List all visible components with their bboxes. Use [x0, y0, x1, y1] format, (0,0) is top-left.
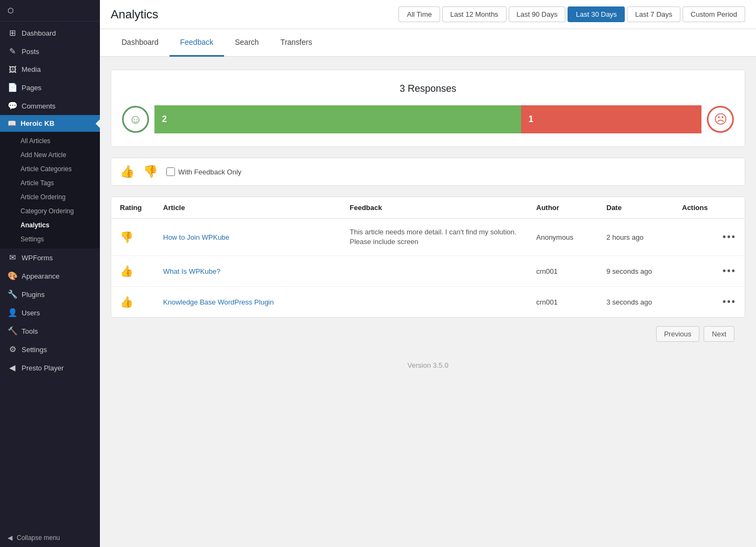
with-feedback-only-checkbox[interactable] [166, 167, 175, 176]
time-filter-custom-period[interactable]: Custom Period [683, 6, 745, 22]
sidebar-item-posts[interactable]: ✎ Posts [0, 42, 100, 60]
submenu-item-article-ordering[interactable]: Article Ordering [0, 190, 100, 204]
time-filter-last-30-days[interactable]: Last 30 Days [568, 6, 625, 22]
plugins-icon: 🔧 [8, 289, 17, 299]
row-1-date: 2 hours ago [606, 233, 682, 241]
pagination-row: Previous Next [111, 318, 745, 350]
positive-bar: 2 [154, 105, 521, 133]
row-1-article: How to Join WPKube [163, 233, 350, 241]
submenu-item-analytics[interactable]: Analytics [0, 218, 100, 232]
sidebar-item-dashboard[interactable]: ⊞ Dashboard [0, 24, 100, 42]
sidebar-item-users[interactable]: 👤 Users [0, 303, 100, 322]
tab-feedback[interactable]: Feedback [170, 29, 224, 57]
responses-title: 3 Responses [122, 83, 734, 94]
sidebar: ⬡ ⊞ Dashboard ✎ Posts 🖼 Media 📄 Pages 💬 … [0, 0, 100, 547]
row-3-article: Knowledge Base WordPress Plugin [163, 298, 350, 306]
submenu-item-all-articles[interactable]: All Articles [0, 134, 100, 148]
sidebar-item-label: WPForms [22, 254, 53, 262]
rating-bar-container: ☺ 2 1 ☹ [122, 105, 734, 133]
pages-icon: 📄 [8, 83, 17, 92]
tabs-bar: Dashboard Feedback Search Transfers [100, 29, 756, 57]
row-1-actions: ••• [682, 232, 736, 243]
settings-icon: ⚙ [8, 345, 17, 354]
tab-transfers[interactable]: Transfers [269, 29, 323, 57]
thumbs-up-icon: 👍 [120, 265, 133, 277]
col-article: Article [163, 204, 350, 212]
submenu-item-settings[interactable]: Settings [0, 232, 100, 246]
article-link[interactable]: How to Join WPKube [163, 233, 230, 241]
tab-search[interactable]: Search [224, 29, 269, 57]
sidebar-item-label: Heroic KB [21, 119, 55, 127]
sidebar-item-plugins[interactable]: 🔧 Plugins [0, 285, 100, 303]
dashboard-icon: ⊞ [8, 28, 17, 38]
sidebar-item-settings[interactable]: ⚙ Settings [0, 340, 100, 359]
row-2-rating: 👍 [120, 265, 163, 278]
time-filter-last-90-days[interactable]: Last 90 Days [509, 6, 566, 22]
sidebar-logo: ⬡ [0, 0, 100, 22]
users-icon: 👤 [8, 308, 17, 318]
wpforms-icon: ✉ [8, 253, 17, 262]
sidebar-item-label: Dashboard [22, 29, 56, 37]
with-feedback-only-label[interactable]: With Feedback Only [166, 167, 241, 176]
thumb-up-filter[interactable]: 👍 [120, 165, 134, 179]
sidebar-item-label: Settings [22, 346, 47, 354]
filter-row: 👍 👎 With Feedback Only [111, 158, 745, 186]
sidebar-item-wpforms[interactable]: ✉ WPForms [0, 248, 100, 267]
submenu-item-article-tags[interactable]: Article Tags [0, 176, 100, 190]
content-area: 3 Responses ☺ 2 1 ☹ 👍 👎 With F [100, 57, 756, 547]
smiley-icon: ☺ [122, 106, 149, 133]
submenu-item-article-categories[interactable]: Article Categories [0, 162, 100, 176]
heroic-kb-submenu: All Articles Add New Article Article Cat… [0, 132, 100, 248]
table-row: 👎 How to Join WPKube This article needs … [111, 219, 745, 256]
main-content: Analytics All Time Last 12 Months Last 9… [100, 0, 756, 547]
tab-dashboard[interactable]: Dashboard [111, 29, 170, 57]
table-header: Rating Article Feedback Author Date Acti… [111, 197, 745, 219]
time-filter-all-time[interactable]: All Time [399, 6, 440, 22]
feedback-table: Rating Article Feedback Author Date Acti… [111, 197, 745, 318]
top-bar: Analytics All Time Last 12 Months Last 9… [100, 0, 756, 29]
sidebar-item-tools[interactable]: 🔨 Tools [0, 322, 100, 340]
row-3-author: crn001 [536, 298, 606, 306]
sidebar-item-label: Comments [22, 102, 56, 110]
row-3-rating: 👍 [120, 295, 163, 308]
actions-menu-button[interactable]: ••• [723, 232, 736, 243]
thumbs-up-icon: 👍 [120, 296, 133, 308]
wp-logo-icon: ⬡ [8, 6, 14, 15]
article-link[interactable]: What Is WPKube? [163, 267, 220, 275]
previous-button[interactable]: Previous [656, 326, 700, 342]
time-filter-last-12-months[interactable]: Last 12 Months [442, 6, 507, 22]
row-2-author: crn001 [536, 267, 606, 275]
sidebar-item-appearance[interactable]: 🎨 Appearance [0, 267, 100, 285]
row-1-feedback: This article needs more detail. I can't … [350, 227, 537, 247]
tools-icon: 🔨 [8, 326, 17, 336]
sidebar-item-media[interactable]: 🖼 Media [0, 60, 100, 78]
sidebar-item-label: Plugins [22, 291, 45, 299]
submenu-item-category-ordering[interactable]: Category Ordering [0, 204, 100, 218]
sidebar-item-label: Pages [22, 84, 42, 92]
sidebar-main-nav: ⊞ Dashboard ✎ Posts 🖼 Media 📄 Pages 💬 Co… [0, 22, 100, 379]
heroic-kb-icon: 📖 [8, 119, 16, 127]
actions-menu-button[interactable]: ••• [723, 296, 736, 308]
row-1-rating: 👎 [120, 231, 163, 244]
sidebar-item-comments[interactable]: 💬 Comments [0, 97, 100, 115]
col-rating: Rating [120, 204, 163, 212]
time-filter-last-7-days[interactable]: Last 7 Days [627, 6, 680, 22]
sidebar-item-pages[interactable]: 📄 Pages [0, 78, 100, 97]
actions-menu-button[interactable]: ••• [723, 266, 736, 277]
thumb-down-filter[interactable]: 👎 [143, 165, 158, 179]
sidebar-item-heroic-kb[interactable]: 📖 Heroic KB [0, 115, 100, 132]
sad-icon: ☹ [707, 106, 734, 133]
media-icon: 🖼 [8, 65, 17, 74]
comments-icon: 💬 [8, 101, 17, 111]
article-link[interactable]: Knowledge Base WordPress Plugin [163, 298, 274, 306]
sidebar-item-label: Tools [22, 327, 38, 335]
submenu-item-add-new-article[interactable]: Add New Article [0, 148, 100, 162]
appearance-icon: 🎨 [8, 271, 17, 281]
thumbs-down-icon: 👎 [120, 231, 133, 243]
row-2-date: 9 seconds ago [606, 267, 682, 275]
collapse-menu-button[interactable]: ◀ Collapse menu [0, 529, 100, 547]
collapse-icon: ◀ [8, 534, 12, 542]
next-button[interactable]: Next [704, 326, 734, 342]
sidebar-item-presto-player[interactable]: ◀ Presto Player [0, 359, 100, 377]
col-author: Author [536, 204, 606, 212]
